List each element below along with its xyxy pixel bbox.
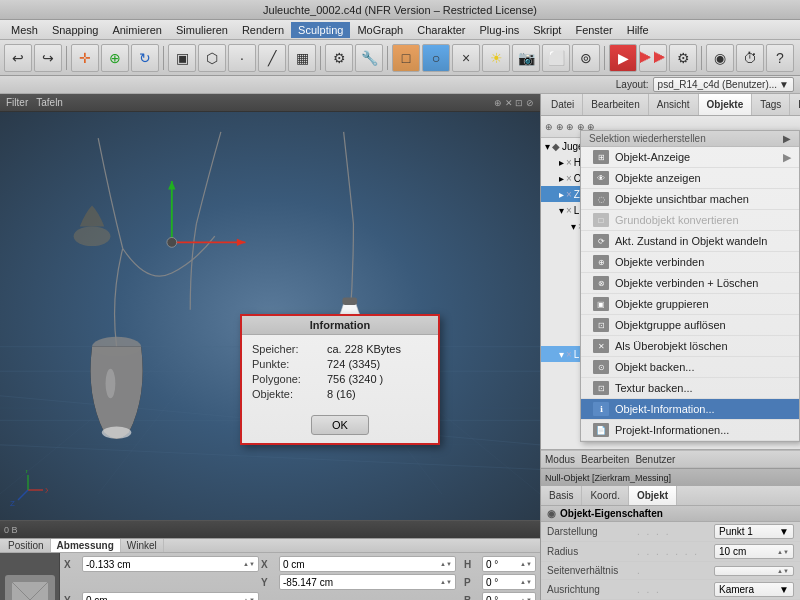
prop-seitenverhaltnis-value[interactable]: ▲▼ bbox=[714, 566, 794, 576]
ctx-verbinden[interactable]: ⊕ Objekte verbinden bbox=[581, 252, 799, 273]
coord-x-pos[interactable]: -0.133 cm ▲▼ bbox=[82, 556, 259, 572]
toolbar-edge[interactable]: ╱ bbox=[258, 44, 286, 72]
toolbar-redo[interactable]: ↪ bbox=[34, 44, 62, 72]
layout-bar: Layout: psd_R14_c4d (Benutzer)... ▼ bbox=[0, 76, 800, 94]
rtab-objekte[interactable]: Objekte bbox=[699, 94, 753, 115]
svg-text:Z: Z bbox=[10, 499, 15, 508]
prop-ausrichtung-value[interactable]: Kamera ▼ bbox=[714, 582, 794, 597]
menu-animieren[interactable]: Animieren bbox=[105, 22, 169, 38]
coord-tab-winkel[interactable]: Winkel bbox=[121, 539, 164, 552]
toolbar-point[interactable]: · bbox=[228, 44, 256, 72]
prop-darstellung-value[interactable]: Punkt 1 ▼ bbox=[714, 524, 794, 539]
prop-radius-value[interactable]: 10 cm ▲▼ bbox=[714, 544, 794, 559]
toolbar-null[interactable]: × bbox=[452, 44, 480, 72]
ctx-objekt-information[interactable]: ℹ Objekt-Information... bbox=[581, 399, 799, 420]
layout-select[interactable]: psd_R14_c4d (Benutzer)... ▼ bbox=[653, 77, 794, 92]
modus-label[interactable]: Modus bbox=[545, 454, 575, 465]
viewport-tafeln-label[interactable]: Tafeln bbox=[36, 97, 63, 108]
menu-mograph[interactable]: MoGraph bbox=[350, 22, 410, 38]
toolbar-live[interactable]: ⚙ bbox=[325, 44, 353, 72]
toolbar-scale[interactable]: ⊕ bbox=[101, 44, 129, 72]
toolbar-model[interactable]: ▣ bbox=[168, 44, 196, 72]
menu-plugins[interactable]: Plug-ins bbox=[473, 22, 527, 38]
menu-rendern[interactable]: Rendern bbox=[235, 22, 291, 38]
transform-gizmo bbox=[167, 181, 246, 247]
ctx-objekte-anzeigen[interactable]: 👁 Objekte anzeigen bbox=[581, 168, 799, 189]
coord-p2[interactable]: 0 °▲▼ bbox=[482, 574, 536, 590]
toolbar-poly[interactable]: ▦ bbox=[288, 44, 316, 72]
menu-charakter[interactable]: Charakter bbox=[410, 22, 472, 38]
benutzer-label[interactable]: Benutzer bbox=[635, 454, 675, 465]
coord-abs-y-label: Y bbox=[64, 592, 80, 600]
ctx-objekt-anzeige[interactable]: ⊞ Objekt-Anzeige ▶ bbox=[581, 147, 799, 168]
coord-h2[interactable]: 0 °▲▼ bbox=[482, 556, 536, 572]
toolbar-help[interactable]: ? bbox=[766, 44, 794, 72]
ctx-gruppieren[interactable]: ▣ Objekte gruppieren bbox=[581, 294, 799, 315]
rtab-datei[interactable]: Datei bbox=[543, 94, 583, 115]
info-row-speicher: Speicher: ca. 228 KBytes bbox=[252, 343, 428, 355]
ptab-koord[interactable]: Koord. bbox=[582, 486, 628, 505]
info-speicher-val: ca. 228 KBytes bbox=[327, 343, 401, 355]
menu-fenster[interactable]: Fenster bbox=[568, 22, 619, 38]
coord-y-pos[interactable]: -85.147 cm ▲▼ bbox=[279, 574, 456, 590]
info-speicher-key: Speicher: bbox=[252, 343, 327, 355]
bearbeiten-label[interactable]: Bearbeiten bbox=[581, 454, 629, 465]
toolbar-texture[interactable]: ⬡ bbox=[198, 44, 226, 72]
toolbar-sep2 bbox=[163, 46, 164, 70]
ctx-icon-link: ⊕ bbox=[593, 255, 609, 269]
info-ok-section: OK bbox=[242, 411, 438, 443]
ctx-projekt-informationen[interactable]: 📄 Projekt-Informationen... bbox=[581, 420, 799, 441]
viewport-filter-label[interactable]: Filter bbox=[6, 97, 28, 108]
toolbar-camera[interactable]: 📷 bbox=[512, 44, 540, 72]
axis-svg: X Y Z bbox=[8, 470, 48, 510]
toolbar-render-view[interactable]: ▶ bbox=[609, 44, 637, 72]
prop-ausrichtung-label: Ausrichtung bbox=[547, 584, 637, 595]
toolbar-sphere[interactable]: ○ bbox=[422, 44, 450, 72]
menu-hilfe[interactable]: Hilfe bbox=[620, 22, 656, 38]
panel-object-tabs: Basis Koord. Objekt bbox=[541, 486, 800, 506]
info-row-objekte: Objekte: 8 (16) bbox=[252, 388, 428, 400]
ctx-objekte-unsichtbar[interactable]: ◌ Objekte unsichtbar machen bbox=[581, 189, 799, 210]
rtab-ansicht[interactable]: Ansicht bbox=[649, 94, 699, 115]
toolbar-move[interactable]: ✛ bbox=[71, 44, 99, 72]
ctx-textur-backen[interactable]: ⊡ Textur backen... bbox=[581, 378, 799, 399]
info-polygone-val: 756 (3240 ) bbox=[327, 373, 383, 385]
info-ok-button[interactable]: OK bbox=[311, 415, 369, 435]
toolbar-target[interactable]: ⊚ bbox=[572, 44, 600, 72]
svg-line-4 bbox=[0, 445, 540, 470]
rtab-tags[interactable]: Tags bbox=[752, 94, 790, 115]
ctx-uberobjekt[interactable]: ✕ Als Überobjekt löschen bbox=[581, 336, 799, 357]
rtab-lese[interactable]: Lese: bbox=[790, 94, 800, 115]
toolbar-material[interactable]: ◉ bbox=[706, 44, 734, 72]
svg-marker-19 bbox=[237, 239, 246, 246]
coord-abs-x[interactable]: 0 cm ▲▼ bbox=[279, 556, 456, 572]
rtab-bearbeiten[interactable]: Bearbeiten bbox=[583, 94, 648, 115]
ctx-auflosen[interactable]: ⊡ Objektgruppe auflösen bbox=[581, 315, 799, 336]
ptab-objekt[interactable]: Objekt bbox=[629, 486, 677, 505]
toolbar-floor[interactable]: ⬜ bbox=[542, 44, 570, 72]
toolbar-render-all[interactable]: ⯈⯈ bbox=[639, 44, 667, 72]
menu-snapping[interactable]: Snapping bbox=[45, 22, 106, 38]
coord-tab-position[interactable]: Position bbox=[2, 539, 51, 552]
ctx-zustand[interactable]: ⟳ Akt. Zustand in Objekt wandeln bbox=[581, 231, 799, 252]
ctx-verbinden-loschen[interactable]: ⊗ Objekte verbinden + Löschen bbox=[581, 273, 799, 294]
menu-sculpting[interactable]: Sculpting bbox=[291, 22, 350, 38]
toolbar-rotate[interactable]: ↻ bbox=[131, 44, 159, 72]
menu-mesh[interactable]: Mesh bbox=[4, 22, 45, 38]
toolbar-undo[interactable]: ↩ bbox=[4, 44, 32, 72]
toolbar-timeline[interactable]: ⏱ bbox=[736, 44, 764, 72]
menu-skript[interactable]: Skript bbox=[526, 22, 568, 38]
toolbar-cube[interactable]: □ bbox=[392, 44, 420, 72]
svg-text:Y: Y bbox=[24, 470, 30, 475]
ctx-icon-link-delete: ⊗ bbox=[593, 276, 609, 290]
coord-b2[interactable]: 0 °▲▼ bbox=[482, 592, 536, 600]
menu-simulieren[interactable]: Simulieren bbox=[169, 22, 235, 38]
toolbar-snap[interactable]: 🔧 bbox=[355, 44, 383, 72]
main-area: Filter Tafeln ⊕ ✕ ⊡ ⊘ bbox=[0, 94, 800, 600]
coord-abs-y[interactable]: 0 cm ▲▼ bbox=[82, 592, 259, 600]
ctx-objekt-backen[interactable]: ⊙ Objekt backen... bbox=[581, 357, 799, 378]
toolbar-light[interactable]: ☀ bbox=[482, 44, 510, 72]
coord-tab-abmessung[interactable]: Abmessung bbox=[51, 539, 121, 552]
ptab-basis[interactable]: Basis bbox=[541, 486, 582, 505]
toolbar-render-settings[interactable]: ⚙ bbox=[669, 44, 697, 72]
